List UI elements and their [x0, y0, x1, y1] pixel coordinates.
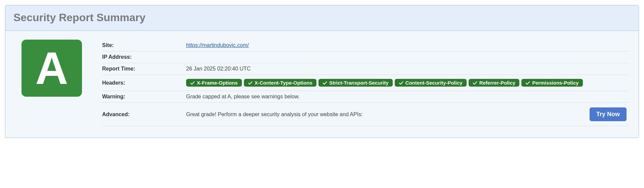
header-pill-label: Referrer-Policy [479, 80, 516, 86]
row-warning: Warning: Grade capped at A, please see w… [102, 91, 629, 103]
try-now-button[interactable]: Try Now [590, 107, 627, 121]
header-pill-label: Strict-Transport-Security [329, 80, 389, 86]
header-pill: Strict-Transport-Security [318, 79, 393, 87]
header-pill: Permissions-Policy [521, 79, 583, 87]
header-pill: Referrer-Policy [469, 79, 520, 87]
details-table: Site: https://martindubovic.com/ IP Addr… [102, 40, 629, 126]
site-link[interactable]: https://martindubovic.com/ [186, 42, 249, 48]
value-advanced: Great grade! Perform a deeper security a… [186, 103, 629, 126]
label-advanced: Advanced: [102, 103, 186, 126]
row-ip: IP Address: [102, 51, 629, 63]
row-site: Site: https://martindubovic.com/ [102, 40, 629, 51]
value-headers: X-Frame-OptionsX-Content-Type-OptionsStr… [186, 75, 629, 91]
details-table-wrap: Site: https://martindubovic.com/ IP Addr… [102, 40, 629, 126]
check-icon [525, 81, 530, 85]
panel-title: Security Report Summary [13, 11, 631, 24]
label-time: Report Time: [102, 63, 186, 75]
value-ip [186, 51, 629, 63]
grade-badge: A [22, 40, 82, 97]
header-pill-label: X-Content-Type-Options [255, 80, 312, 86]
header-pill: X-Frame-Options [186, 79, 242, 87]
grade-box: A [22, 40, 82, 126]
header-pill: Content-Security-Policy [395, 79, 467, 87]
label-warning: Warning: [102, 91, 186, 103]
security-report-panel: Security Report Summary A Site: https://… [5, 5, 639, 138]
header-pill-label: Content-Security-Policy [405, 80, 463, 86]
label-headers: Headers: [102, 75, 186, 91]
label-site: Site: [102, 40, 186, 51]
header-pill-row: X-Frame-OptionsX-Content-Type-OptionsStr… [186, 78, 627, 88]
check-icon [399, 81, 403, 85]
value-time: 26 Jan 2025 02:20:40 UTC [186, 63, 629, 75]
row-headers: Headers: X-Frame-OptionsX-Content-Type-O… [102, 75, 629, 91]
header-pill-label: X-Frame-Options [197, 80, 238, 86]
check-icon [248, 81, 253, 85]
header-pill-label: Permissions-Policy [532, 80, 578, 86]
value-site: https://martindubovic.com/ [186, 40, 629, 51]
advanced-text: Great grade! Perform a deeper security a… [186, 111, 363, 117]
check-icon [473, 81, 477, 85]
check-icon [190, 81, 195, 85]
panel-header: Security Report Summary [5, 5, 639, 31]
row-advanced: Advanced: Great grade! Perform a deeper … [102, 103, 629, 126]
grade-letter: A [35, 46, 68, 91]
check-icon [323, 81, 327, 85]
advanced-row-content: Great grade! Perform a deeper security a… [186, 105, 627, 123]
header-pill: X-Content-Type-Options [244, 79, 316, 87]
value-warning: Grade capped at A, please see warnings b… [186, 91, 629, 103]
row-time: Report Time: 26 Jan 2025 02:20:40 UTC [102, 63, 629, 75]
label-ip: IP Address: [102, 51, 186, 63]
panel-body: A Site: https://martindubovic.com/ IP Ad… [5, 31, 639, 138]
